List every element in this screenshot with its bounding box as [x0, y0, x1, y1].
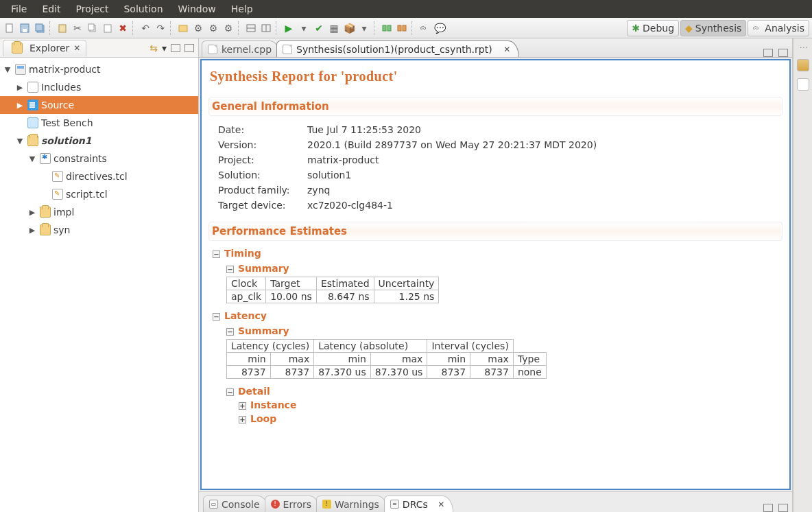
solution-icon: [27, 135, 38, 146]
console-icon: ▭: [209, 500, 218, 509]
explorer-icon: [12, 43, 23, 54]
window2-icon[interactable]: [259, 21, 273, 35]
window1-icon[interactable]: [244, 21, 258, 35]
label-solution: Solution:: [218, 170, 307, 181]
project-tree[interactable]: ▼matrix-product ▶Includes ▶Source Test B…: [0, 58, 198, 512]
compare2-icon[interactable]: [395, 21, 409, 35]
tab-console[interactable]: ▭Console: [203, 496, 269, 512]
settings-icon[interactable]: ⚙: [191, 21, 205, 35]
menu-solution[interactable]: Solution: [117, 2, 169, 16]
svg-rect-17: [403, 25, 406, 31]
tab-errors[interactable]: !Errors: [265, 496, 320, 512]
new-icon[interactable]: [3, 21, 16, 35]
sub-timing-summary[interactable]: −Summary: [226, 263, 783, 274]
tree-solution[interactable]: ▼solution1: [0, 132, 198, 150]
tree-directives[interactable]: directives.tcl: [0, 167, 198, 185]
clipboard-icon[interactable]: [101, 21, 115, 35]
menu-project[interactable]: Project: [69, 2, 116, 16]
check-icon[interactable]: ✔: [312, 21, 326, 35]
timing-table: ClockTargetEstimatedUncertainty ap_clk10…: [226, 277, 439, 303]
tab-drcs[interactable]: ≡DRCs ✕: [384, 496, 453, 512]
cut-icon[interactable]: ✂: [71, 21, 84, 35]
menu-window[interactable]: Window: [171, 2, 223, 16]
tree-syn[interactable]: ▶syn: [0, 221, 198, 239]
sub-detail[interactable]: −Detail: [226, 386, 783, 397]
view-menu-icon[interactable]: ▾: [162, 43, 167, 54]
minimize-icon[interactable]: [171, 44, 180, 52]
tree-constraints[interactable]: ▼constraints: [0, 150, 198, 167]
grid-icon[interactable]: ▦: [327, 21, 341, 35]
menubar: File Edit Project Solution Window Help: [0, 0, 812, 18]
sub-latency[interactable]: −Latency: [213, 310, 783, 321]
undo-icon[interactable]: ↶: [139, 21, 152, 35]
close-icon[interactable]: ✕: [73, 43, 80, 53]
save-all-icon[interactable]: [33, 21, 47, 35]
sub-timing[interactable]: −Timing: [213, 248, 783, 259]
menu-help[interactable]: Help: [224, 2, 260, 16]
value-family: zynq: [307, 185, 778, 196]
svg-rect-9: [179, 25, 187, 32]
tab-report[interactable]: Synthesis(solution1)(product_csynth.rpt)…: [276, 40, 519, 57]
report-editor[interactable]: Synthesis Report for 'product' General I…: [200, 59, 791, 490]
editor-minimize-icon[interactable]: [763, 49, 773, 57]
folder-icon: [40, 224, 51, 235]
report-file-icon: [283, 45, 292, 54]
folder-icon: [40, 207, 51, 218]
paste-icon[interactable]: [56, 21, 69, 35]
tree-impl[interactable]: ▶impl: [0, 203, 198, 221]
bottom-maximize-icon[interactable]: [778, 504, 788, 512]
svg-rect-16: [398, 25, 401, 31]
tree-includes[interactable]: ▶Includes: [0, 78, 198, 96]
cpp-file-icon: [208, 45, 217, 54]
value-date: Tue Jul 7 11:25:53 2020: [307, 124, 778, 135]
outline-icon[interactable]: [797, 59, 809, 71]
tab-warnings[interactable]: !Warnings: [316, 496, 388, 512]
bottom-minimize-icon[interactable]: [763, 504, 773, 512]
package-icon[interactable]: 📦: [342, 21, 356, 35]
explorer-tab[interactable]: Explorer ✕: [3, 40, 86, 56]
gears-icon[interactable]: ⚙: [206, 21, 220, 35]
tcl-icon: [52, 171, 63, 182]
latency-table: Latency (cycles)Latency (absolute)Interv…: [226, 339, 547, 379]
perspective-analysis[interactable]: ᯅAnalysis: [748, 20, 809, 36]
directives-icon[interactable]: [797, 78, 809, 91]
save-icon[interactable]: [18, 21, 32, 35]
link-icon[interactable]: ⇆: [150, 43, 158, 54]
menu-edit[interactable]: Edit: [35, 2, 67, 16]
tree-testbench[interactable]: Test Bench: [0, 114, 198, 132]
bubble-icon[interactable]: 💬: [433, 21, 446, 35]
section-perf: Performance Estimates: [208, 222, 783, 241]
right-trim: ⋯: [793, 38, 812, 512]
tree-source[interactable]: ▶Source: [0, 96, 198, 114]
svg-rect-2: [23, 29, 27, 32]
tree-project[interactable]: ▼matrix-product: [0, 60, 198, 78]
close-tab-icon[interactable]: ✕: [503, 45, 510, 54]
perspective-synthesis[interactable]: ◆Synthesis: [680, 20, 746, 36]
run-dropdown-icon[interactable]: ▾: [297, 21, 311, 35]
menu-file[interactable]: File: [4, 2, 34, 16]
compare1-icon[interactable]: [380, 21, 394, 35]
sub-instance[interactable]: +Instance: [239, 399, 783, 410]
drc-icon: ≡: [390, 500, 399, 509]
pkg-dropdown-icon[interactable]: ▾: [357, 21, 371, 35]
tab-kernel[interactable]: kernel.cpp: [202, 40, 280, 57]
maximize-icon[interactable]: [184, 44, 194, 52]
trim-menu-icon[interactable]: ⋯: [800, 43, 807, 52]
glasses-icon[interactable]: ᯅ: [418, 21, 431, 35]
sub-loop[interactable]: +Loop: [239, 413, 783, 424]
editor-maximize-icon[interactable]: [778, 49, 788, 57]
project-icon: [15, 64, 26, 75]
toolbar: ✂ ✖ ↶ ↷ ⚙ ⚙ ⚙ ▶ ▾ ✔ ▦ 📦 ▾ ᯅ 💬 ✱Debug ◆Sy…: [0, 18, 812, 38]
delete-icon[interactable]: ✖: [116, 21, 130, 35]
redo-icon[interactable]: ↷: [154, 21, 167, 35]
explorer-view: Explorer ✕ ⇆ ▾ ▼matrix-product ▶Includes…: [0, 38, 199, 512]
perspective-debug[interactable]: ✱Debug: [627, 20, 679, 36]
svg-rect-7: [88, 24, 94, 30]
run-icon[interactable]: ▶: [282, 21, 296, 35]
project-icon[interactable]: [176, 21, 190, 35]
sub-latency-summary[interactable]: −Summary: [226, 325, 783, 336]
gears2-icon[interactable]: ⚙: [222, 21, 235, 35]
copy-icon[interactable]: [86, 21, 99, 35]
close-icon[interactable]: ✕: [438, 500, 444, 509]
tree-script[interactable]: script.tcl: [0, 185, 198, 203]
